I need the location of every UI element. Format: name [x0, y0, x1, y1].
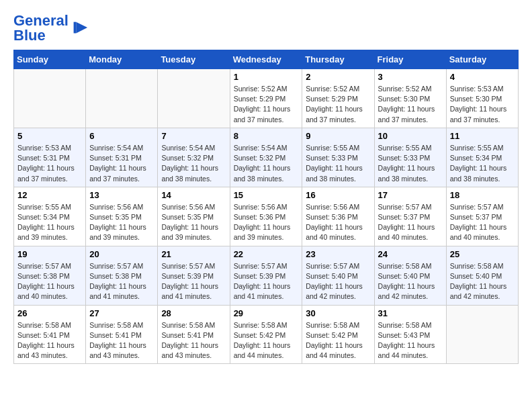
sunset-text: Sunset: 5:30 PM	[378, 94, 443, 104]
day-info: Sunrise: 5:56 AMSunset: 5:36 PMDaylight:…	[306, 202, 370, 243]
day-info: Sunrise: 5:56 AMSunset: 5:35 PMDaylight:…	[89, 202, 154, 243]
sunset-text: Sunset: 5:41 PM	[89, 330, 154, 340]
sunrise-text: Sunrise: 5:52 AM	[378, 84, 443, 94]
day-info: Sunrise: 5:56 AMSunset: 5:35 PMDaylight:…	[161, 202, 226, 243]
day-number: 9	[306, 131, 370, 141]
sunrise-text: Sunrise: 5:52 AM	[234, 84, 299, 94]
weekday-header-saturday: Saturday	[446, 50, 518, 69]
calendar-cell: 5Sunrise: 5:53 AMSunset: 5:31 PMDaylight…	[14, 128, 86, 187]
calendar-cell: 30Sunrise: 5:58 AMSunset: 5:42 PMDayligh…	[302, 305, 374, 364]
calendar-cell	[446, 305, 518, 364]
sunrise-text: Sunrise: 5:57 AM	[450, 202, 515, 212]
calendar-cell: 9Sunrise: 5:55 AMSunset: 5:33 PMDaylight…	[302, 128, 374, 187]
sunrise-text: Sunrise: 5:55 AM	[378, 143, 443, 153]
sunset-text: Sunset: 5:31 PM	[17, 153, 82, 163]
day-number: 31	[378, 308, 443, 318]
day-number: 14	[161, 190, 226, 200]
day-info: Sunrise: 5:58 AMSunset: 5:40 PMDaylight:…	[450, 261, 515, 302]
calendar-cell: 31Sunrise: 5:58 AMSunset: 5:43 PMDayligh…	[374, 305, 446, 364]
sunrise-text: Sunrise: 5:58 AM	[306, 320, 370, 330]
day-number: 8	[234, 131, 299, 141]
sunrise-text: Sunrise: 5:56 AM	[306, 202, 370, 212]
daylight-text: Daylight: 11 hours and 40 minutes.	[450, 222, 515, 242]
sunset-text: Sunset: 5:35 PM	[89, 212, 154, 222]
daylight-text: Daylight: 11 hours and 38 minutes.	[161, 163, 226, 183]
daylight-text: Daylight: 11 hours and 43 minutes.	[89, 340, 154, 361]
day-info: Sunrise: 5:55 AMSunset: 5:34 PMDaylight:…	[450, 143, 515, 184]
calendar-cell: 14Sunrise: 5:56 AMSunset: 5:35 PMDayligh…	[158, 187, 230, 246]
sunrise-text: Sunrise: 5:55 AM	[306, 143, 370, 153]
sunset-text: Sunset: 5:38 PM	[17, 271, 82, 281]
sunset-text: Sunset: 5:39 PM	[234, 271, 299, 281]
day-info: Sunrise: 5:58 AMSunset: 5:42 PMDaylight:…	[234, 320, 299, 361]
daylight-text: Daylight: 11 hours and 38 minutes.	[234, 163, 299, 183]
day-number: 20	[89, 249, 154, 259]
day-number: 24	[378, 249, 443, 259]
calendar-cell: 16Sunrise: 5:56 AMSunset: 5:36 PMDayligh…	[302, 187, 374, 246]
sunset-text: Sunset: 5:43 PM	[378, 330, 443, 340]
daylight-text: Daylight: 11 hours and 39 minutes.	[161, 222, 226, 242]
sunrise-text: Sunrise: 5:58 AM	[17, 320, 82, 330]
sunrise-text: Sunrise: 5:57 AM	[161, 261, 226, 271]
day-number: 30	[306, 308, 370, 318]
sunrise-text: Sunrise: 5:57 AM	[234, 261, 299, 271]
daylight-text: Daylight: 11 hours and 44 minutes.	[378, 340, 443, 361]
calendar-cell: 7Sunrise: 5:54 AMSunset: 5:32 PMDaylight…	[158, 128, 230, 187]
day-number: 13	[89, 190, 154, 200]
sunset-text: Sunset: 5:35 PM	[161, 212, 226, 222]
sunset-text: Sunset: 5:36 PM	[234, 212, 299, 222]
calendar-cell: 24Sunrise: 5:58 AMSunset: 5:40 PMDayligh…	[374, 246, 446, 305]
daylight-text: Daylight: 11 hours and 39 minutes.	[89, 222, 154, 242]
sunrise-text: Sunrise: 5:58 AM	[89, 320, 154, 330]
day-info: Sunrise: 5:57 AMSunset: 5:37 PMDaylight:…	[450, 202, 515, 243]
sunset-text: Sunset: 5:33 PM	[378, 153, 443, 163]
day-number: 11	[450, 131, 515, 141]
day-info: Sunrise: 5:56 AMSunset: 5:36 PMDaylight:…	[234, 202, 299, 243]
sunset-text: Sunset: 5:33 PM	[306, 153, 370, 163]
calendar-cell: 23Sunrise: 5:57 AMSunset: 5:40 PMDayligh…	[302, 246, 374, 305]
sunset-text: Sunset: 5:36 PM	[306, 212, 370, 222]
calendar-week-2: 5Sunrise: 5:53 AMSunset: 5:31 PMDaylight…	[14, 128, 519, 187]
daylight-text: Daylight: 11 hours and 42 minutes.	[450, 281, 515, 302]
calendar-week-5: 26Sunrise: 5:58 AMSunset: 5:41 PMDayligh…	[14, 305, 519, 364]
daylight-text: Daylight: 11 hours and 44 minutes.	[306, 340, 370, 361]
sunset-text: Sunset: 5:40 PM	[378, 271, 443, 281]
day-number: 25	[450, 249, 515, 259]
sunset-text: Sunset: 5:40 PM	[450, 271, 515, 281]
daylight-text: Daylight: 11 hours and 43 minutes.	[161, 340, 226, 361]
sunset-text: Sunset: 5:41 PM	[17, 330, 82, 340]
sunrise-text: Sunrise: 5:52 AM	[306, 84, 370, 94]
calendar-week-3: 12Sunrise: 5:55 AMSunset: 5:34 PMDayligh…	[14, 187, 519, 246]
sunrise-text: Sunrise: 5:54 AM	[161, 143, 226, 153]
sunset-text: Sunset: 5:29 PM	[234, 94, 299, 104]
day-number: 19	[17, 249, 82, 259]
day-info: Sunrise: 5:52 AMSunset: 5:29 PMDaylight:…	[306, 84, 370, 125]
day-number: 7	[161, 131, 226, 141]
daylight-text: Daylight: 11 hours and 37 minutes.	[306, 104, 370, 124]
day-info: Sunrise: 5:57 AMSunset: 5:38 PMDaylight:…	[89, 261, 154, 302]
day-number: 17	[378, 190, 443, 200]
header: General Blue	[13, 13, 519, 43]
day-number: 5	[17, 131, 82, 141]
day-number: 2	[306, 72, 370, 82]
sunset-text: Sunset: 5:38 PM	[89, 271, 154, 281]
sunrise-text: Sunrise: 5:56 AM	[234, 202, 299, 212]
day-number: 6	[89, 131, 154, 141]
calendar-cell: 4Sunrise: 5:53 AMSunset: 5:30 PMDaylight…	[446, 69, 518, 128]
day-info: Sunrise: 5:57 AMSunset: 5:40 PMDaylight:…	[306, 261, 370, 302]
sunset-text: Sunset: 5:41 PM	[161, 330, 226, 340]
daylight-text: Daylight: 11 hours and 37 minutes.	[378, 104, 443, 124]
day-info: Sunrise: 5:54 AMSunset: 5:32 PMDaylight:…	[161, 143, 226, 184]
calendar: SundayMondayTuesdayWednesdayThursdayFrid…	[13, 50, 519, 364]
weekday-header-friday: Friday	[374, 50, 446, 69]
calendar-header-row: SundayMondayTuesdayWednesdayThursdayFrid…	[14, 50, 519, 69]
day-number: 16	[306, 190, 370, 200]
daylight-text: Daylight: 11 hours and 40 minutes.	[306, 222, 370, 242]
daylight-text: Daylight: 11 hours and 37 minutes.	[89, 163, 154, 183]
logo-text: General Blue	[13, 13, 89, 43]
daylight-text: Daylight: 11 hours and 38 minutes.	[306, 163, 370, 183]
sunrise-text: Sunrise: 5:58 AM	[450, 261, 515, 271]
calendar-cell: 1Sunrise: 5:52 AMSunset: 5:29 PMDaylight…	[230, 69, 302, 128]
daylight-text: Daylight: 11 hours and 39 minutes.	[234, 222, 299, 242]
weekday-header-wednesday: Wednesday	[230, 50, 302, 69]
